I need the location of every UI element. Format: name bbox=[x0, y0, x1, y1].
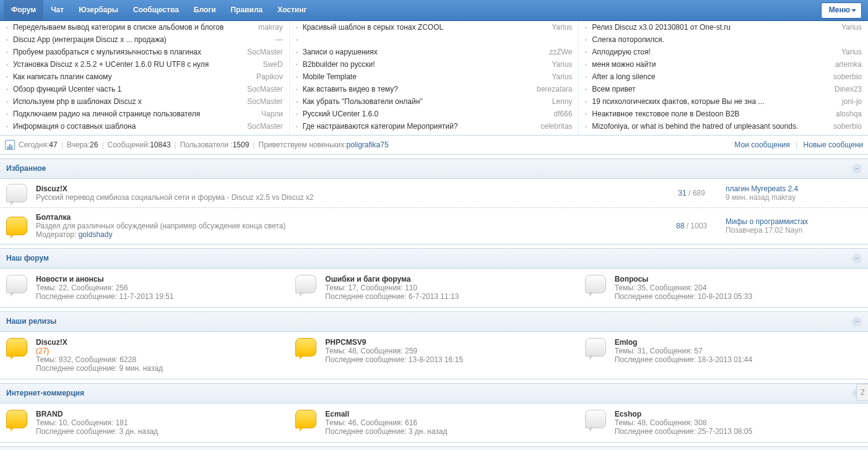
digest-topic-link[interactable]: After a long silence bbox=[592, 71, 828, 83]
digest-topic-link[interactable]: Неактивное текстовое поле в Destoon B2B bbox=[592, 108, 831, 120]
digest-topic-link[interactable]: Где настраиваются категории Мероприятий? bbox=[303, 120, 536, 132]
digest-topic-link[interactable]: Как убрать "Пользователи онлайн" bbox=[303, 95, 547, 108]
digest-topic-link[interactable]: Подключаем радио на личной странице поль… bbox=[13, 108, 256, 120]
nav-item-сообщества[interactable]: Сообщества bbox=[126, 0, 186, 20]
collapse-icon[interactable]: – bbox=[852, 317, 862, 327]
forum-link[interactable]: Ecmall bbox=[325, 410, 349, 418]
digest-row[interactable]: Как убрать "Пользователи онлайн"Lenny bbox=[292, 95, 576, 108]
digest-row[interactable]: Mizofoniya, or what is behind the hatred… bbox=[581, 120, 866, 132]
digest-row[interactable]: Красивый шаблон в серых тонах ZCOOLYariu… bbox=[292, 21, 576, 33]
digest-author: Yarius bbox=[841, 21, 862, 33]
digest-row[interactable]: Русский UCenter 1.6.0df666 bbox=[292, 108, 576, 120]
digest-row[interactable]: меня можно найтиartemka bbox=[581, 58, 866, 71]
section-header[interactable]: Избранное – bbox=[0, 159, 868, 179]
digest-row[interactable]: Как написать плагин самомуPapikov bbox=[2, 71, 287, 83]
digest-topic-link[interactable]: Всем привет bbox=[592, 83, 830, 95]
stats-icon[interactable] bbox=[5, 140, 15, 150]
forum-cell: Новости и анонсыТемы: 22, Сообщения: 256… bbox=[0, 269, 289, 307]
digest-topic-link[interactable]: Переделываем вывод категории в списке ал… bbox=[13, 21, 253, 33]
forum-stats: Темы: 48, Сообщения: 259 bbox=[325, 347, 463, 355]
digest-row[interactable]: Слегка поторопился. bbox=[581, 33, 866, 46]
forum-link[interactable]: Вопросы bbox=[615, 275, 649, 283]
digest-row[interactable]: Неактивное текстовое поле в Destoon B2Ba… bbox=[581, 108, 866, 120]
forum-link[interactable]: Ошибки и баги форума bbox=[325, 275, 410, 283]
digest-topic-link[interactable]: B2bbuilder по русски! bbox=[303, 58, 547, 71]
digest-topic-link[interactable]: Mizofoniya, or what is behind the hatred… bbox=[592, 120, 828, 132]
nav-item-блоги[interactable]: Блоги bbox=[186, 0, 224, 20]
digest-row[interactable]: Переделываем вывод категории в списке ал… bbox=[2, 21, 287, 33]
digest-author: artemka bbox=[835, 58, 862, 71]
new-posts-link[interactable]: Новые сообщени bbox=[804, 141, 863, 149]
digest-row[interactable]: Информация о составных шаблонаSocMaster bbox=[2, 120, 287, 132]
lastpost-link[interactable]: плагин Myrepeats 2.4 bbox=[726, 184, 798, 193]
digest-row[interactable]: Аплодирую стоя!Yarius bbox=[581, 46, 866, 58]
digest-topic-link[interactable]: Обзор функций Ucenter часть 1 bbox=[13, 83, 242, 95]
digest-topic-link[interactable]: Используем php в шаблонах Discuz x bbox=[13, 95, 242, 108]
digest-row[interactable]: Установка Discuz x 2.5.2 + UCenter 1.6.0… bbox=[2, 58, 287, 71]
digest-row[interactable]: Пробуем разобраться с мультиязычностью в… bbox=[2, 46, 287, 58]
digest-row[interactable]: Discuz App (интеграция Discuz x ... прод… bbox=[2, 33, 287, 46]
digest-row[interactable]: Используем php в шаблонах Discuz xSocMas… bbox=[2, 95, 287, 108]
digest-topic-link[interactable]: меня можно найти bbox=[592, 58, 830, 71]
digest-topic-link[interactable]: Установка Discuz x 2.5.2 + UCenter 1.6.0… bbox=[13, 58, 258, 71]
digest-row[interactable]: Где настраиваются категории Мероприятий?… bbox=[292, 120, 576, 132]
digest-topic-link[interactable]: Информация о составных шаблона bbox=[13, 120, 242, 132]
digest-row[interactable]: Как вставить видео в тему?berezatara bbox=[292, 83, 576, 95]
menu-button[interactable]: Меню bbox=[821, 2, 862, 19]
section-header[interactable]: Наш форум– bbox=[0, 249, 868, 269]
lastpost-time: 9 мин. назад makray bbox=[726, 193, 862, 202]
forum-cell: Discuz!X(27)Темы: 932, Сообщения: 6228По… bbox=[0, 332, 289, 379]
digest-author: — bbox=[276, 33, 283, 46]
digest-row[interactable] bbox=[292, 33, 576, 46]
sidebar-toggle[interactable]: Z bbox=[856, 384, 868, 401]
forum-link[interactable]: Ecshop bbox=[615, 410, 641, 418]
digest-row[interactable]: 19 психологических фактов, которые Вы не… bbox=[581, 95, 866, 108]
digest-topic-link[interactable]: Mobile Template bbox=[303, 71, 547, 83]
digest-topic-link[interactable]: Русский UCenter 1.6.0 bbox=[303, 108, 549, 120]
forum-cell: EcshopТемы: 48, Сообщения: 308Последнее … bbox=[579, 404, 868, 442]
forum-link[interactable]: Новости и анонсы bbox=[36, 275, 104, 283]
lastpost-link[interactable]: Мифы о программистах bbox=[726, 217, 808, 226]
section-header[interactable]: Интернет-коммерция– bbox=[0, 384, 868, 404]
forum-stats: Темы: 932, Сообщения: 6228 bbox=[36, 355, 163, 364]
collapse-icon[interactable]: – bbox=[852, 164, 862, 174]
digest-topic-link[interactable]: Discuz App (интеграция Discuz x ... прод… bbox=[13, 33, 271, 46]
digest-topic-link[interactable]: Пробуем разобраться с мультиязычностью в… bbox=[13, 46, 242, 58]
nav-item-хостинг[interactable]: Хостинг bbox=[270, 0, 314, 20]
nav-item-юзербары[interactable]: Юзербары bbox=[71, 0, 126, 20]
section-title: Наш форум bbox=[6, 249, 49, 268]
forum-link[interactable]: Emlog bbox=[615, 338, 638, 347]
digest-row[interactable]: B2bbuilder по русски!Yarius bbox=[292, 58, 576, 71]
digest-row[interactable]: Mobile TemplateYarius bbox=[292, 71, 576, 83]
forum-bubble-icon bbox=[585, 410, 606, 428]
section-header[interactable]: Разные CMS– bbox=[0, 447, 868, 450]
nav-item-чат[interactable]: Чат bbox=[43, 0, 71, 20]
forum-link[interactable]: BRAND bbox=[36, 410, 63, 418]
moderator-link[interactable]: goldshady bbox=[79, 230, 113, 239]
my-posts-link[interactable]: Мои сообщения bbox=[734, 141, 789, 149]
digest-topic-link[interactable]: Релиз Discuz x3.0 20130801 от One-st.ru bbox=[592, 21, 836, 33]
digest-row[interactable]: Подключаем радио на личной странице поль… bbox=[2, 108, 287, 120]
digest-topic-link[interactable]: 19 психологических фактов, которые Вы не… bbox=[592, 95, 837, 108]
favourite-forum-link[interactable]: Discuz!X bbox=[36, 184, 67, 193]
forum-link[interactable]: Discuz!X bbox=[36, 338, 67, 347]
section-header[interactable]: Наши релизы– bbox=[0, 312, 868, 332]
digest-topic-link[interactable]: Красивый шаблон в серых тонах ZCOOL bbox=[303, 21, 547, 33]
digest-author: zzZWe bbox=[549, 46, 572, 58]
digest-topic-link[interactable]: Как вставить видео в тему? bbox=[303, 83, 532, 95]
nav-item-форум[interactable]: Форум bbox=[4, 0, 43, 20]
favourite-forum-link[interactable]: Болталка bbox=[36, 213, 71, 222]
digest-row[interactable]: Всем приветDinex23 bbox=[581, 83, 866, 95]
nav-item-правила[interactable]: Правила bbox=[224, 0, 271, 20]
digest-topic-link[interactable]: Как написать плагин самому bbox=[13, 71, 251, 83]
digest-row[interactable]: Обзор функций Ucenter часть 1SocMaster bbox=[2, 83, 287, 95]
digest-row[interactable]: Релиз Discuz x3.0 20130801 от One-st.ruY… bbox=[581, 21, 866, 33]
digest-row[interactable]: After a long silencesoberbio bbox=[581, 71, 866, 83]
digest-topic-link[interactable]: Аплодирую стоя! bbox=[592, 46, 836, 58]
digest-topic-link[interactable]: Слегка поторопился. bbox=[592, 33, 857, 46]
digest-row[interactable]: Записи о нарушенияхzzZWe bbox=[292, 46, 576, 58]
collapse-icon[interactable]: – bbox=[852, 254, 862, 264]
digest-topic-link[interactable]: Записи о нарушениях bbox=[303, 46, 545, 58]
stats-newest-user-link[interactable]: poligrafika75 bbox=[347, 136, 389, 154]
forum-link[interactable]: PHPCMSV9 bbox=[325, 338, 366, 347]
